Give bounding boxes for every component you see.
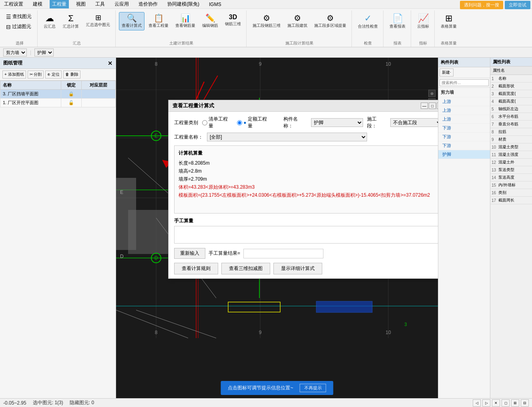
svg-text:E: E: [155, 133, 158, 139]
drawing-row-0[interactable]: 3. 厂区挡墙平面图 🔒: [0, 90, 116, 99]
menu-item-cloud[interactable]: 云应用: [112, 0, 131, 8]
select-group-label: 选择: [4, 40, 35, 47]
svg-text:8: 8: [155, 330, 158, 335]
component-item-4[interactable]: 下游: [438, 133, 490, 141]
wall-type-select[interactable]: 剪力墙: [3, 48, 27, 56]
stage-civil-btn[interactable]: ⚙ 施工段建筑: [285, 12, 310, 30]
stage-steel-3d-btn[interactable]: ⚙ 施工段钢筋三维: [250, 12, 283, 30]
prop-num-11: 11: [490, 151, 497, 159]
locate-btn[interactable]: ⊕ 定位: [45, 71, 62, 79]
menu-item-quantity[interactable]: 工程量: [50, 0, 69, 8]
menu-item-build[interactable]: 建模: [30, 0, 45, 8]
view-3d-btn[interactable]: 查看三维扣减图: [221, 263, 270, 274]
ribbon: ☰查找图元 ⊟过滤图元 选择 ☁ 云汇总 Σ 汇总计算 ⊞: [0, 9, 532, 47]
cloud-summary-btn[interactable]: ☁ 云汇总: [41, 12, 58, 31]
footing-select[interactable]: 护脚: [34, 48, 54, 56]
menu-item-collab[interactable]: 协同建模(限免): [165, 0, 202, 8]
prop-name-7: 垂直分布筋: [497, 121, 532, 128]
component-search-input[interactable]: [440, 79, 489, 86]
new-component-btn[interactable]: 新建·: [440, 69, 454, 77]
component-select[interactable]: 护脚: [311, 118, 363, 127]
select-summary-btn[interactable]: ⊞ 汇总选中图元: [83, 12, 113, 30]
component-item-5[interactable]: 下游: [438, 141, 490, 150]
component-item-0[interactable]: 上游: [438, 97, 490, 106]
status-tool-1[interactable]: ◁: [473, 399, 481, 407]
component-item-6[interactable]: 护脚: [438, 150, 490, 159]
try-now-button[interactable]: 立即尝试: [505, 1, 530, 9]
status-tool-5[interactable]: ⊞: [511, 399, 519, 407]
component-item-3[interactable]: 下游: [438, 124, 490, 133]
menu-item-igms[interactable]: IGMS: [207, 1, 224, 8]
property-table: 1 名称 2 截面形状 3 截面宽度( 4 截面高度(: [490, 75, 532, 204]
quantity-name-label: 工程量名称：: [174, 134, 203, 141]
split-btn[interactable]: ✂ 分割: [28, 71, 44, 79]
help-search-button[interactable]: 遇到问题，搜一搜: [460, 1, 503, 9]
menu-item-view[interactable]: 视图: [74, 0, 88, 8]
manual-result-row: 重新输入 手工算量结果=: [174, 248, 438, 259]
view-steel-btn[interactable]: 📊 查看钢筋量: [173, 12, 198, 30]
drawing-row-1[interactable]: 1. 厂区开挖平面图 🔓: [0, 99, 116, 107]
radio-quota-qty[interactable]: ● 定额工程量: [237, 116, 271, 129]
stage-multizone-btn[interactable]: ⚙ 施工段多区域提量: [311, 12, 349, 30]
zoom-icon[interactable]: ⊕: [428, 90, 436, 97]
prop-num-9: 9: [490, 136, 497, 143]
calc-summary-btn[interactable]: Σ 汇总计算: [60, 12, 82, 31]
find-element-btn[interactable]: ☰查找图元: [4, 12, 35, 21]
status-tool-4[interactable]: ◻: [502, 399, 510, 407]
svg-text:8: 8: [155, 61, 158, 67]
steel-3d-btn[interactable]: 3D 钢筋三维: [222, 12, 244, 29]
col-locked: 锁定: [61, 81, 82, 90]
component-search-row: [438, 78, 490, 88]
show-detail-btn[interactable]: 显示详细计算式: [273, 263, 322, 274]
menu-item-settings[interactable]: 工程设置: [2, 0, 26, 8]
menu-item-pricing[interactable]: 造价协作: [136, 0, 160, 8]
minimize-btn[interactable]: —: [421, 103, 428, 109]
prop-row-11: 11 混凝土强度: [490, 151, 532, 159]
add-drawing-btn[interactable]: + 添加图纸: [2, 71, 26, 79]
close-dialog-btn[interactable]: ✕: [437, 103, 438, 109]
filter-element-btn[interactable]: ⊟过滤图元: [4, 22, 35, 31]
manual-input[interactable]: [174, 226, 438, 244]
view-rules-btn[interactable]: 查看计算规则: [174, 263, 218, 274]
calc-line-1: 墙高=2.8m: [179, 168, 438, 175]
status-tool-2[interactable]: ▷: [482, 399, 490, 407]
manual-title: 手工算量: [174, 218, 438, 224]
reenter-btn[interactable]: 重新输入: [174, 248, 205, 259]
report-group-label: 报表: [387, 40, 408, 47]
cloud-indicator-btn[interactable]: 📈 云指标: [414, 12, 432, 31]
calc-line-2: 墙厚=2.709m: [179, 176, 438, 183]
component-item-1[interactable]: 上游: [438, 106, 490, 115]
table-calc-btn[interactable]: ⊞ 表格算量: [438, 12, 460, 31]
prop-num-2: 2: [490, 83, 497, 90]
maximize-btn[interactable]: □: [429, 103, 436, 109]
stage-label: 施工段：: [367, 116, 386, 129]
left-panel-title: 图纸管理: [3, 60, 22, 66]
dialog-title: 查看工程量计算式: [173, 102, 214, 109]
legal-check-btn[interactable]: ✓ 合法性检查: [355, 12, 381, 31]
summary-group-label: 汇总: [41, 40, 113, 47]
view-calc-formula-btn[interactable]: 🔍 查看计算式: [119, 12, 145, 30]
svg-text:10: 10: [385, 330, 391, 335]
hidden-count: 隐藏图元: 0: [70, 399, 94, 406]
view-report-btn[interactable]: 📄 查看报表: [387, 12, 408, 31]
status-tool-3[interactable]: ✕: [492, 399, 500, 407]
stage-select[interactable]: 不合施工段: [390, 118, 438, 127]
drawing-lock-1[interactable]: 🔓: [61, 99, 82, 107]
component-item-2[interactable]: 上游: [438, 115, 490, 124]
close-icon[interactable]: ✕: [108, 60, 112, 66]
drawing-lock-0[interactable]: 🔒: [61, 90, 82, 99]
prop-num-10: 10: [490, 143, 497, 151]
manual-area: 手工算量: [174, 218, 438, 245]
status-tool-6[interactable]: ⊟: [521, 399, 529, 407]
view-quantity-btn[interactable]: 📋 查看工程量: [146, 12, 171, 30]
delete-btn[interactable]: 🗑 删除: [63, 71, 80, 79]
prop-name-10: 混凝土类型: [497, 143, 532, 151]
dismiss-notification-btn[interactable]: 不再提示: [300, 384, 326, 392]
menu-item-tools[interactable]: 工具: [93, 0, 107, 8]
radio-list-qty[interactable]: 清单工程量: [202, 116, 232, 129]
canvas-area[interactable]: 8 9 10 E D E D 3 8 9: [116, 58, 438, 398]
edit-steel-btn[interactable]: ✏️ 编辑钢筋: [199, 12, 221, 30]
right-panel-toolbar: 新建·: [438, 67, 490, 78]
prop-row-6: 6 水平分布筋: [490, 113, 532, 121]
quantity-name-select[interactable]: [全部]: [207, 133, 367, 141]
